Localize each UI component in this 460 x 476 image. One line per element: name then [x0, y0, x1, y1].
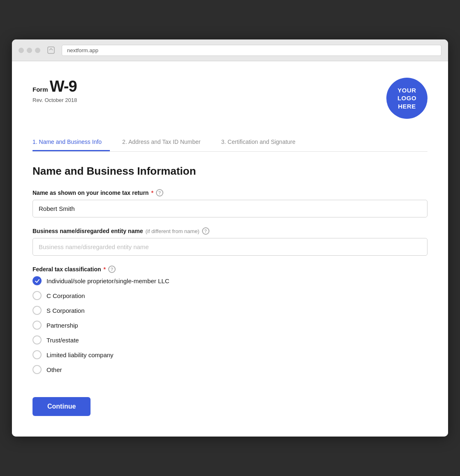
name-field-group: Name as shown on your income tax return … — [33, 189, 427, 217]
radio-icon-partnership — [33, 321, 42, 330]
name-field-label: Name as shown on your income tax return … — [33, 189, 427, 196]
business-help-icon[interactable]: ? — [202, 227, 209, 235]
browser-window: Form W-9 Rev. October 2018 YOURLOGOHERE … — [12, 39, 448, 437]
radio-llc-label: Limited liability company — [46, 351, 114, 358]
form-prefix: Form — [33, 86, 48, 93]
svg-rect-0 — [48, 47, 54, 53]
radio-ccorp-label: C Corporation — [46, 292, 85, 299]
radio-scorp[interactable]: S Corporation — [33, 306, 427, 315]
radio-ccorp[interactable]: C Corporation — [33, 291, 427, 300]
section-title: Name and Business Information — [33, 165, 427, 178]
radio-trust-label: Trust/estate — [46, 337, 79, 344]
browser-dot-2 — [27, 48, 32, 53]
tab-certification[interactable]: 3. Certification and Signature — [221, 134, 304, 151]
radio-partnership[interactable]: Partnership — [33, 321, 427, 330]
form-number: W-9 — [50, 78, 77, 95]
radio-scorp-label: S Corporation — [46, 307, 85, 314]
business-name-field-label: Business name/disregarded entity name (i… — [33, 227, 427, 235]
logo-circle: YOURLOGOHERE — [386, 78, 427, 119]
radio-individual[interactable]: Individual/sole proprietor/single-member… — [33, 276, 427, 285]
radio-individual-label: Individual/sole proprietor/single-member… — [46, 277, 169, 284]
address-bar[interactable] — [62, 45, 441, 56]
radio-other[interactable]: Other — [33, 365, 427, 374]
radio-icon-other — [33, 365, 42, 374]
tax-label-text: Federal tax classification — [33, 266, 101, 273]
continue-button[interactable]: Continue — [33, 397, 91, 416]
radio-icon-ccorp — [33, 291, 42, 300]
page-content: Form W-9 Rev. October 2018 YOURLOGOHERE … — [12, 61, 448, 437]
tabs: 1. Name and Business Info 2. Address and… — [33, 134, 427, 152]
business-name-input[interactable] — [33, 238, 427, 256]
radio-icon-trust — [33, 335, 42, 344]
tax-classification-label: Federal tax classification * ? — [33, 266, 427, 273]
browser-dot-3 — [35, 48, 40, 53]
logo-text: YOURLOGOHERE — [397, 86, 416, 111]
nav-icon — [45, 44, 57, 56]
tab-name-business[interactable]: 1. Name and Business Info — [33, 134, 110, 151]
browser-dots — [19, 48, 40, 53]
tax-classification-group: Federal tax classification * ? Individua… — [33, 266, 427, 374]
name-help-icon[interactable]: ? — [156, 189, 163, 196]
browser-toolbar — [12, 39, 448, 61]
business-optional-note: (if different from name) — [145, 228, 199, 234]
business-label-text: Business name/disregarded entity name — [33, 228, 143, 234]
radio-other-label: Other — [46, 366, 62, 373]
business-name-field-group: Business name/disregarded entity name (i… — [33, 227, 427, 256]
name-label-text: Name as shown on your income tax return — [33, 189, 149, 196]
radio-icon-scorp — [33, 306, 42, 315]
tax-help-icon[interactable]: ? — [108, 266, 116, 273]
tax-required-star: * — [104, 266, 106, 273]
checkmark-icon-individual — [33, 276, 42, 285]
form-title-block: Form W-9 Rev. October 2018 — [33, 78, 77, 103]
name-required-star: * — [151, 189, 153, 196]
browser-dot-1 — [19, 48, 24, 53]
radio-llc[interactable]: Limited liability company — [33, 350, 427, 359]
header-row: Form W-9 Rev. October 2018 YOURLOGOHERE — [33, 78, 427, 119]
tab-address-tax[interactable]: 2. Address and Tax ID Number — [122, 134, 209, 151]
radio-partnership-label: Partnership — [46, 322, 78, 329]
radio-icon-llc — [33, 350, 42, 359]
name-input[interactable] — [33, 200, 427, 217]
form-subtitle: Rev. October 2018 — [33, 97, 77, 103]
radio-group: Individual/sole proprietor/single-member… — [33, 276, 427, 374]
radio-trust[interactable]: Trust/estate — [33, 335, 427, 344]
form-title: Form W-9 — [33, 78, 77, 95]
